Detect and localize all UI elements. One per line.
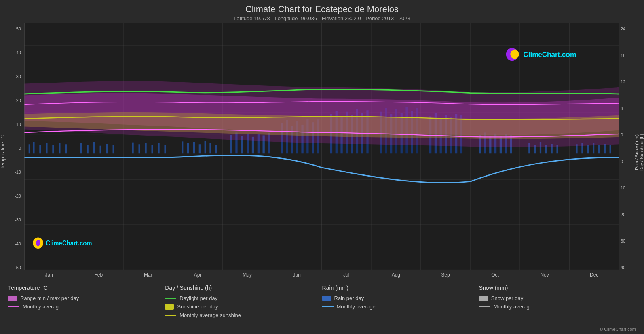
svg-rect-25 — [29, 144, 30, 153]
y-right-30: 30 — [621, 238, 625, 243]
legend-swatch-sunshine — [165, 304, 174, 310]
y-label-30: 30 — [16, 74, 21, 79]
legend-title-snow: Snow (mm) — [479, 285, 636, 291]
svg-point-111 — [33, 237, 43, 249]
legend-line-sunshine-avg — [165, 315, 176, 316]
legend-col-temperature: Temperature °C Range min / max per day M… — [8, 285, 165, 332]
x-axis-labels: Jan Feb Mar Apr May Jun Jul Aug Sep Oct … — [24, 270, 619, 281]
svg-rect-47 — [199, 144, 201, 153]
y-right-40: 40 — [621, 265, 625, 270]
legend-label-rain-perday: Rain per day — [334, 295, 364, 301]
chart-title: Climate Chart for Ecatepec de Morelos — [0, 4, 644, 15]
chart-subtitle: Latitude 19.578 - Longitude -99.036 - El… — [0, 15, 644, 21]
svg-text:ClimeChart.com: ClimeChart.com — [46, 239, 92, 247]
x-label-jan: Jan — [24, 272, 74, 281]
legend-item-sunshine-swatch: Sunshine per day — [165, 304, 322, 310]
y-right-10: 10 — [621, 185, 625, 190]
legend-line-snow-avg — [479, 306, 490, 307]
legend-title-temperature: Temperature °C — [8, 285, 165, 291]
chart-title-area: Climate Chart for Ecatepec de Morelos La… — [0, 0, 644, 23]
x-label-aug: Aug — [371, 272, 421, 281]
svg-rect-32 — [80, 143, 82, 153]
y-label-40: 40 — [16, 50, 21, 55]
x-label-jul: Jul — [321, 272, 371, 281]
y-label-m20: -20 — [15, 194, 21, 198]
legend-col-snow: Snow (mm) Snow per day Monthly average — [479, 285, 636, 332]
legend-col-rain: Rain (mm) Rain per day Monthly average — [322, 285, 479, 332]
x-label-dec: Dec — [569, 272, 619, 281]
svg-rect-38 — [132, 143, 133, 154]
svg-rect-109 — [610, 145, 611, 153]
legend-title-rain: Rain (mm) — [322, 285, 479, 291]
x-label-feb: Feb — [74, 272, 124, 281]
legend-label-snow-perday: Snow per day — [491, 295, 524, 301]
y-axis-left-title: Temperature °C — [0, 23, 7, 281]
svg-rect-27 — [39, 145, 41, 154]
legend-swatch-snow — [479, 296, 488, 301]
legend-title-sunshine: Day / Sunshine (h) — [165, 285, 322, 291]
legend-label-temp-range: Range min / max per day — [20, 295, 79, 301]
chart-area-wrapper: ClimeChart.com ClimeChart.com Jan Feb M — [24, 23, 619, 281]
svg-rect-26 — [33, 142, 34, 153]
legend-item-temp-avg: Monthly average — [8, 304, 165, 310]
legend-label-sunshine-perday: Sunshine per day — [177, 304, 218, 310]
y-label-10: 10 — [16, 122, 21, 127]
svg-point-114 — [510, 50, 519, 59]
legend-label-snow-avg: Monthly average — [494, 304, 532, 310]
svg-rect-37 — [113, 145, 114, 153]
y-right-0b: 0 — [621, 159, 623, 164]
svg-rect-40 — [145, 143, 146, 153]
svg-rect-41 — [151, 145, 153, 154]
legend-item-temp-range: Range min / max per day — [8, 295, 165, 301]
y-right-12: 12 — [621, 79, 625, 84]
x-label-nov: Nov — [520, 272, 570, 281]
legend-line-daylight — [165, 298, 176, 299]
chart-main: Temperature °C 50 40 30 20 10 0 -10 -20 … — [0, 23, 644, 281]
svg-rect-29 — [52, 145, 54, 153]
legend-item-rain-avg: Monthly average — [322, 304, 479, 310]
svg-rect-39 — [138, 144, 140, 153]
legend-item-snow-avg: Monthly average — [479, 304, 636, 310]
svg-rect-36 — [106, 144, 108, 153]
svg-rect-44 — [182, 141, 183, 153]
svg-rect-46 — [193, 142, 195, 153]
legend-item-snow-perday: Snow per day — [479, 295, 636, 301]
legend-area: Temperature °C Range min / max per day M… — [0, 281, 644, 334]
svg-rect-34 — [93, 142, 95, 153]
x-label-apr: Apr — [173, 272, 223, 281]
legend-line-rain-avg — [322, 306, 334, 307]
svg-text:ClimeChart.com: ClimeChart.com — [523, 50, 576, 59]
copyright: © ClimeChart.com — [600, 327, 636, 332]
y-label-m50: -50 — [15, 265, 21, 270]
y-right-20: 20 — [621, 212, 625, 217]
y-label-20: 20 — [16, 98, 21, 103]
legend-swatch-temp-range — [8, 296, 17, 301]
y-right-18: 18 — [621, 53, 625, 58]
legend-label-rain-avg: Monthly average — [337, 304, 376, 310]
y-label-m10: -10 — [15, 170, 21, 174]
legend-label-sunshine-avg: Monthly average sunshine — [179, 312, 241, 318]
y-label-m40: -40 — [15, 241, 21, 246]
x-label-may: May — [222, 272, 272, 281]
legend-item-daylight: Daylight per day — [165, 295, 322, 301]
svg-rect-43 — [164, 145, 166, 153]
svg-rect-33 — [87, 145, 89, 153]
x-label-sep: Sep — [421, 272, 471, 281]
legend-swatch-rain — [322, 296, 331, 301]
svg-rect-45 — [187, 143, 189, 153]
svg-rect-28 — [46, 143, 47, 153]
x-label-jun: Jun — [272, 272, 322, 281]
svg-rect-107 — [598, 145, 600, 154]
x-label-oct: Oct — [470, 272, 520, 281]
y-label-0: 0 — [19, 146, 21, 151]
chart-container: Climate Chart for Ecatepec de Morelos La… — [0, 0, 644, 334]
chart-svg-area: ClimeChart.com ClimeChart.com — [24, 23, 619, 270]
legend-col-sunshine: Day / Sunshine (h) Daylight per day Suns… — [165, 285, 322, 332]
y-axis-right-title-sunshine: Day / Sunshine (h) — [639, 26, 644, 278]
legend-item-rain-perday: Rain per day — [322, 295, 479, 301]
y-label-50: 50 — [16, 26, 21, 31]
y-right-0a: 0 — [621, 132, 623, 137]
svg-rect-42 — [158, 143, 159, 153]
svg-rect-50 — [215, 145, 217, 153]
svg-rect-31 — [65, 144, 67, 153]
